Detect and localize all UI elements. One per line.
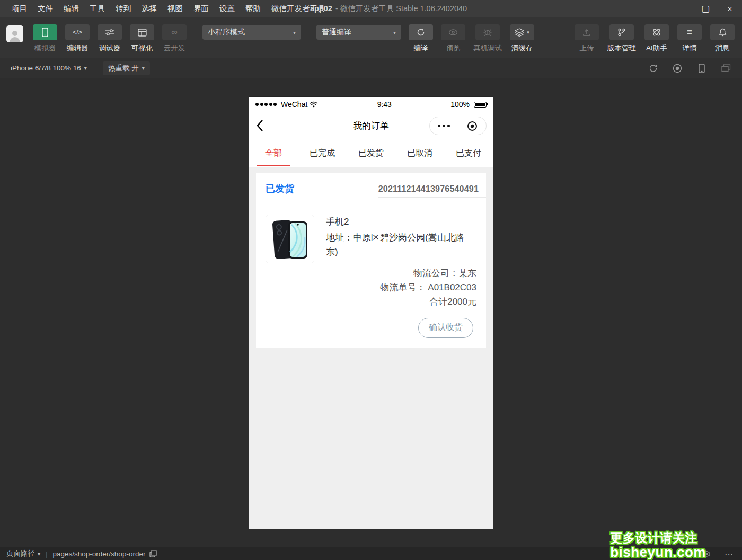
- ai-assistant-label: AI助手: [646, 43, 667, 53]
- exit-target-icon[interactable]: [458, 117, 487, 135]
- phone-status-bar: WeChat 9:43 100%: [249, 97, 493, 112]
- ai-assistant-button[interactable]: AI助手: [644, 24, 669, 53]
- stop-icon[interactable]: [672, 63, 683, 74]
- version-manage-label: 版本管理: [607, 43, 636, 53]
- details-label: 详情: [683, 43, 697, 53]
- git-branch-icon: [610, 24, 634, 40]
- page-path-dropdown[interactable]: 页面路径 ▾: [6, 549, 40, 558]
- bell-icon: [710, 24, 735, 40]
- order-tabs: 全部 已完成 已发货 已取消 已支付: [249, 139, 493, 167]
- watermark-line1: 更多设计请关注: [610, 531, 706, 545]
- compile-button[interactable]: 编译: [409, 24, 433, 53]
- tab-completed[interactable]: 已完成: [298, 139, 347, 167]
- device-debug-button[interactable]: 真机调试: [473, 24, 502, 53]
- caret-down-icon: ▾: [527, 30, 529, 35]
- cloud-dev-button[interactable]: ∞ 云开发: [162, 24, 187, 53]
- tab-paid[interactable]: 已支付: [444, 139, 493, 167]
- hot-reload-label: 热重载 开: [108, 64, 139, 73]
- hot-reload-toggle[interactable]: 热重载 开 ▾: [103, 61, 150, 75]
- debugger-label: 调试器: [99, 43, 121, 53]
- menu-file[interactable]: 文件: [32, 0, 58, 17]
- caret-down-icon: ▾: [393, 30, 396, 35]
- maximize-button[interactable]: ▢: [693, 0, 718, 17]
- signal-dots-icon: [255, 103, 277, 106]
- more-options-icon[interactable]: ⋯: [725, 549, 734, 559]
- menu-goto[interactable]: 转到: [110, 0, 136, 17]
- menu-project[interactable]: 项目: [6, 0, 32, 17]
- editor-button[interactable]: </> 编辑器: [65, 24, 90, 53]
- back-icon[interactable]: [257, 118, 272, 134]
- atom-icon: [644, 24, 669, 40]
- preview-label: 预览: [446, 43, 461, 53]
- cloud-icon: ∞: [162, 24, 187, 40]
- clear-cache-button[interactable]: ▾ 清缓存: [510, 24, 534, 53]
- eye-icon: [441, 24, 465, 40]
- menu-settings[interactable]: 设置: [214, 0, 240, 17]
- tab-all[interactable]: 全部: [249, 139, 298, 167]
- layout-icon: [130, 24, 154, 40]
- carrier-label: WeChat: [281, 100, 307, 109]
- minimize-button[interactable]: –: [669, 0, 693, 17]
- order-card: 已发货 202111214413976540491: [256, 173, 486, 348]
- logistics-number: 物流单号： A01B02C03: [266, 281, 476, 295]
- battery-percent: 100%: [450, 100, 470, 109]
- device-debug-label: 真机调试: [473, 43, 502, 53]
- order-status: 已发货: [266, 182, 294, 195]
- float-window-icon[interactable]: [721, 63, 731, 74]
- visualize-label: 可视化: [131, 43, 153, 53]
- product-image: [266, 215, 314, 263]
- toolbar-separator: [196, 24, 196, 40]
- device-select[interactable]: iPhone 6/7/8 100% 16 ▾: [7, 64, 90, 72]
- menu-interface[interactable]: 界面: [188, 0, 214, 17]
- workspace: WeChat 9:43 100% 我的订单: [0, 78, 742, 547]
- window-title: app02- 微信开发者工具 Stable 1.06.2402040: [310, 0, 467, 17]
- messages-button[interactable]: 消息: [710, 24, 735, 53]
- watermark: 更多设计请关注 bisheyun.com: [610, 531, 706, 559]
- tab-shipped[interactable]: 已发货: [347, 139, 395, 167]
- compile-mode-select[interactable]: 普通编译 ▾: [316, 25, 401, 40]
- close-button[interactable]: ×: [718, 0, 742, 17]
- mode-select[interactable]: 小程序模式 ▾: [202, 25, 301, 40]
- more-dots-icon[interactable]: [430, 117, 458, 135]
- copy-icon[interactable]: [149, 550, 157, 557]
- menu-tools[interactable]: 工具: [84, 0, 110, 17]
- capsule-menu: [429, 117, 487, 135]
- caret-down-icon: ▾: [38, 551, 40, 557]
- product-row[interactable]: 手机2 地址：中原区碧沙岗公园(嵩山北路东): [256, 207, 486, 263]
- toolbar-separator: [310, 24, 310, 40]
- compile-label: 编译: [414, 43, 428, 53]
- bug-icon: [475, 24, 500, 40]
- device-bar-actions: [648, 63, 735, 74]
- menu-help[interactable]: 帮助: [240, 0, 266, 17]
- menu-view[interactable]: 视图: [162, 0, 188, 17]
- details-button[interactable]: ≡ 详情: [677, 24, 702, 53]
- simulator-button[interactable]: 模拟器: [33, 24, 57, 53]
- project-name: app02: [310, 4, 332, 13]
- window-controls: – ▢ ×: [669, 0, 742, 17]
- caret-down-icon: ▾: [84, 65, 87, 71]
- logistics-company: 物流公司：某东: [266, 266, 476, 281]
- hamburger-icon: ≡: [677, 24, 702, 40]
- menu-select[interactable]: 选择: [136, 0, 162, 17]
- toolbar: 模拟器 </> 编辑器 调试器 可视化 ∞ 云开发 小程序模式 ▾ 普通编译 ▾…: [0, 17, 742, 58]
- debugger-button[interactable]: 调试器: [98, 24, 122, 53]
- clock-label: 9:43: [377, 100, 392, 109]
- menu-edit[interactable]: 编辑: [58, 0, 84, 17]
- phone-icon: [33, 24, 57, 40]
- toolbar-right-group: 上传 版本管理 AI助手 ≡ 详情 消息: [566, 24, 735, 53]
- upload-button[interactable]: 上传: [575, 24, 599, 53]
- preview-button[interactable]: 预览: [441, 24, 465, 53]
- tab-cancelled[interactable]: 已取消: [395, 139, 444, 167]
- device-bar: iPhone 6/7/8 100% 16 ▾ 热重载 开 ▾: [0, 58, 742, 78]
- user-avatar[interactable]: [6, 25, 23, 42]
- footer-divider: |: [46, 550, 48, 558]
- restart-icon[interactable]: [648, 63, 658, 74]
- version-manage-button[interactable]: 版本管理: [607, 24, 636, 53]
- visualize-button[interactable]: 可视化: [130, 24, 154, 53]
- caret-down-icon: ▾: [293, 30, 296, 35]
- device-view-icon[interactable]: [696, 63, 707, 74]
- messages-label: 消息: [716, 43, 730, 53]
- phone-nav-bar: 我的订单: [249, 112, 493, 139]
- confirm-receipt-button[interactable]: 确认收货: [418, 318, 473, 338]
- sliders-icon: [98, 24, 122, 40]
